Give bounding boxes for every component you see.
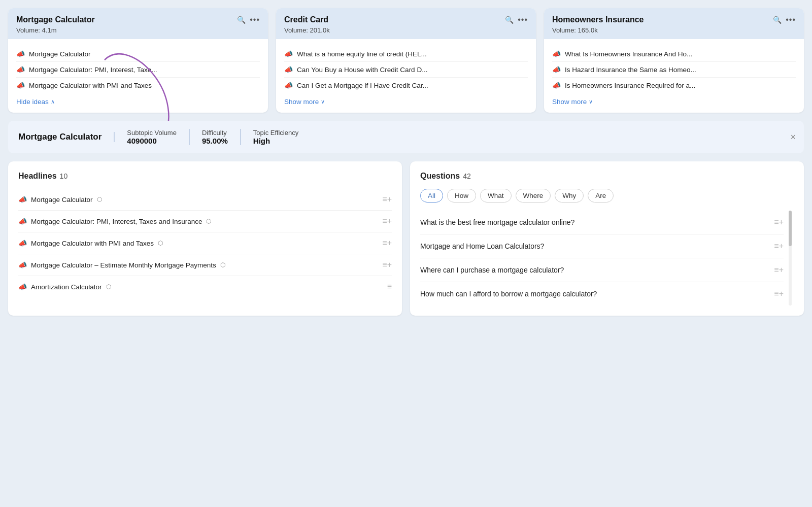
sort-plus-icon[interactable]: ≡+ — [382, 260, 392, 269]
cards-row: Mortgage Calculator 🔍 ••• Volume: 4.1m 📣… — [8, 8, 804, 113]
filter-tab-are[interactable]: Are — [588, 189, 614, 202]
list-item: What is the best free mortgage calculato… — [420, 211, 784, 234]
megaphone-icon: 📣 — [552, 65, 561, 74]
chevron-down-icon: ∨ — [589, 98, 593, 105]
card-header-credit: Credit Card 🔍 ••• Volume: 201.0k — [276, 8, 536, 39]
detail-metric-efficiency: Topic Efficiency High — [253, 129, 311, 145]
list-item: 📣 Mortgage Calculator ⬡ ≡+ — [18, 189, 392, 211]
card-header-icons-credit: 🔍 ••• — [505, 15, 528, 24]
list-item: 📣 Mortgage Calculator — [16, 46, 260, 62]
questions-header: Questions 42 — [420, 172, 794, 181]
card-title-mortgage: Mortgage Calculator — [16, 15, 95, 24]
search-icon[interactable]: 🔍 — [773, 16, 782, 24]
scrollbar-track — [789, 211, 792, 306]
sort-icon[interactable]: ≡ — [387, 282, 392, 291]
card-header-mortgage: Mortgage Calculator 🔍 ••• Volume: 4.1m — [8, 8, 268, 39]
list-item: 📣 Amortization Calculator ⬡ ≡ — [18, 276, 392, 297]
external-link-icon[interactable]: ⬡ — [106, 283, 111, 290]
card-title-credit: Credit Card — [284, 15, 328, 24]
list-item: 📣 Mortgage Calculator: PMI, Interest, Ta… — [18, 211, 392, 232]
filter-tab-what[interactable]: What — [480, 189, 512, 202]
list-item: Where can I purchase a mortgage calculat… — [420, 258, 784, 282]
headlines-panel: Headlines 10 📣 Mortgage Calculator ⬡ ≡+ … — [8, 161, 402, 316]
show-more-link-credit[interactable]: Show more ∨ — [284, 98, 528, 106]
questions-panel: Questions 42 All How What Where Why Are … — [410, 161, 804, 316]
questions-scroll-area: What is the best free mortgage calculato… — [420, 211, 794, 306]
card-header-homeowners: Homeowners Insurance 🔍 ••• Volume: 165.0… — [544, 8, 804, 39]
questions-list: What is the best free mortgage calculato… — [420, 211, 784, 306]
more-icon[interactable]: ••• — [250, 15, 260, 24]
chevron-down-icon: ∨ — [321, 98, 325, 105]
list-item: 📣 Mortgage Calculator – Estimate Monthly… — [18, 254, 392, 276]
card-volume-homeowners: Volume: 165.0k — [552, 26, 796, 34]
more-icon[interactable]: ••• — [518, 15, 528, 24]
external-link-icon[interactable]: ⬡ — [158, 240, 163, 247]
card-volume-credit: Volume: 201.0k — [284, 26, 528, 34]
detail-metric-difficulty: Difficulty 95.00% — [202, 129, 241, 145]
hide-ideas-link[interactable]: Hide ideas ∧ — [16, 98, 260, 106]
sort-plus-icon[interactable]: ≡+ — [382, 195, 392, 204]
list-item: 📣 What is a home equity line of credit (… — [284, 46, 528, 62]
external-link-icon[interactable]: ⬡ — [97, 196, 102, 203]
list-item: How much can I afford to borrow a mortga… — [420, 282, 784, 306]
more-icon[interactable]: ••• — [786, 15, 796, 24]
sort-plus-icon[interactable]: ≡+ — [774, 218, 784, 227]
card-homeowners-insurance: Homeowners Insurance 🔍 ••• Volume: 165.0… — [544, 8, 804, 113]
megaphone-icon: 📣 — [284, 50, 293, 58]
search-icon[interactable]: 🔍 — [505, 16, 514, 24]
megaphone-icon: 📣 — [284, 81, 293, 89]
megaphone-icon: 📣 — [16, 81, 25, 89]
megaphone-icon: 📣 — [18, 261, 27, 269]
megaphone-icon: 📣 — [16, 65, 25, 74]
list-item: 📣 Is Hazard Insurance the Same as Homeo.… — [552, 62, 796, 78]
filter-tab-why[interactable]: Why — [555, 189, 584, 202]
megaphone-icon: 📣 — [18, 195, 27, 204]
list-item: 📣 Is Homeowners Insurance Required for a… — [552, 78, 796, 93]
chevron-up-icon: ∧ — [51, 98, 55, 105]
detail-panel: Mortgage Calculator Subtopic Volume 4090… — [8, 121, 804, 153]
megaphone-icon: 📣 — [284, 65, 293, 74]
detail-panel-title: Mortgage Calculator — [18, 132, 115, 142]
detail-metric-subtopic: Subtopic Volume 4090000 — [127, 129, 190, 145]
external-link-icon[interactable]: ⬡ — [206, 218, 211, 225]
scrollbar-thumb[interactable] — [789, 211, 792, 246]
show-more-link-homeowners[interactable]: Show more ∨ — [552, 98, 796, 106]
bottom-panels: Headlines 10 📣 Mortgage Calculator ⬡ ≡+ … — [8, 161, 804, 316]
megaphone-icon: 📣 — [16, 50, 25, 58]
list-item: 📣 Mortgage Calculator: PMI, Interest, Ta… — [16, 62, 260, 78]
list-item: Mortgage and Home Loan Calculators? ≡+ — [420, 234, 784, 258]
filter-tab-all[interactable]: All — [420, 189, 443, 202]
card-title-homeowners: Homeowners Insurance — [552, 15, 644, 24]
megaphone-icon: 📣 — [18, 283, 27, 291]
megaphone-icon: 📣 — [552, 50, 561, 58]
list-item: 📣 Mortgage Calculator with PMI and Taxes… — [18, 232, 392, 254]
sort-plus-icon[interactable]: ≡+ — [774, 289, 784, 298]
list-item: 📣 Can I Get a Mortgage if I Have Credit … — [284, 78, 528, 93]
sort-plus-icon[interactable]: ≡+ — [382, 239, 392, 248]
filter-tabs: All How What Where Why Are — [420, 189, 794, 202]
headlines-header: Headlines 10 — [18, 172, 392, 181]
card-credit-card: Credit Card 🔍 ••• Volume: 201.0k 📣 What … — [276, 8, 536, 113]
detail-close-button[interactable]: × — [790, 132, 796, 143]
filter-tab-where[interactable]: Where — [516, 189, 551, 202]
card-header-icons-homeowners: 🔍 ••• — [773, 15, 796, 24]
filter-tab-how[interactable]: How — [447, 189, 476, 202]
card-body-mortgage: 📣 Mortgage Calculator 📣 Mortgage Calcula… — [8, 39, 268, 113]
list-item: 📣 Mortgage Calculator with PMI and Taxes — [16, 78, 260, 93]
card-body-homeowners: 📣 What Is Homeowners Insurance And Ho...… — [544, 39, 804, 113]
card-body-credit: 📣 What is a home equity line of credit (… — [276, 39, 536, 113]
card-header-icons-mortgage: 🔍 ••• — [237, 15, 260, 24]
list-item: 📣 Can You Buy a House with Credit Card D… — [284, 62, 528, 78]
card-volume-mortgage: Volume: 4.1m — [16, 26, 260, 34]
sort-plus-icon[interactable]: ≡+ — [382, 217, 392, 226]
megaphone-icon: 📣 — [18, 239, 27, 247]
search-icon[interactable]: 🔍 — [237, 16, 246, 24]
sort-plus-icon[interactable]: ≡+ — [774, 265, 784, 275]
card-mortgage-calculator: Mortgage Calculator 🔍 ••• Volume: 4.1m 📣… — [8, 8, 268, 113]
sort-plus-icon[interactable]: ≡+ — [774, 242, 784, 251]
megaphone-icon: 📣 — [18, 217, 27, 225]
list-item: 📣 What Is Homeowners Insurance And Ho... — [552, 46, 796, 62]
external-link-icon[interactable]: ⬡ — [220, 261, 225, 268]
megaphone-icon: 📣 — [552, 81, 561, 89]
